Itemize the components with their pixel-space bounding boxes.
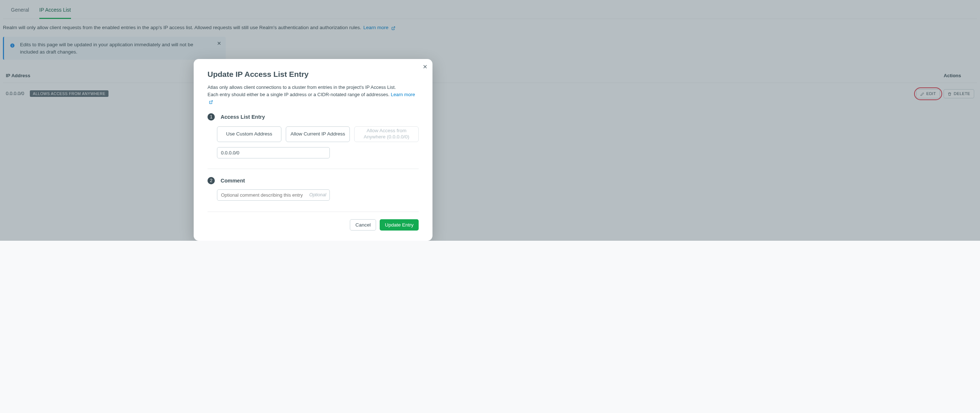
close-icon[interactable]: ✕ (423, 63, 427, 70)
step-1-num: 1 (207, 113, 215, 121)
modal-overlay[interactable] (0, 0, 980, 241)
external-link-icon (209, 98, 213, 102)
modal-desc-line1: Atlas only allows client connections to … (207, 85, 396, 90)
modal-learn-more-label: Learn more (391, 92, 415, 97)
step-2-num: 2 (207, 177, 215, 184)
step-2-label: Comment (221, 178, 245, 183)
update-ip-modal: ✕ Update IP Access List Entry Atlas only… (194, 59, 433, 241)
cancel-button[interactable]: Cancel (350, 219, 376, 231)
step-1-label: Access List Entry (221, 114, 265, 120)
modal-title: Update IP Access List Entry (207, 70, 418, 79)
update-entry-button[interactable]: Update Entry (380, 219, 418, 231)
comment-input[interactable] (217, 190, 330, 201)
use-custom-address-button[interactable]: Use Custom Address (217, 126, 282, 142)
ip-address-input[interactable] (217, 147, 330, 158)
modal-desc-line2: Each entry should either be a single IP … (207, 92, 390, 97)
allow-current-ip-button[interactable]: Allow Current IP Address (286, 126, 350, 142)
allow-anywhere-button[interactable]: Allow Access from Anywhere (0.0.0.0/0) (354, 126, 418, 142)
